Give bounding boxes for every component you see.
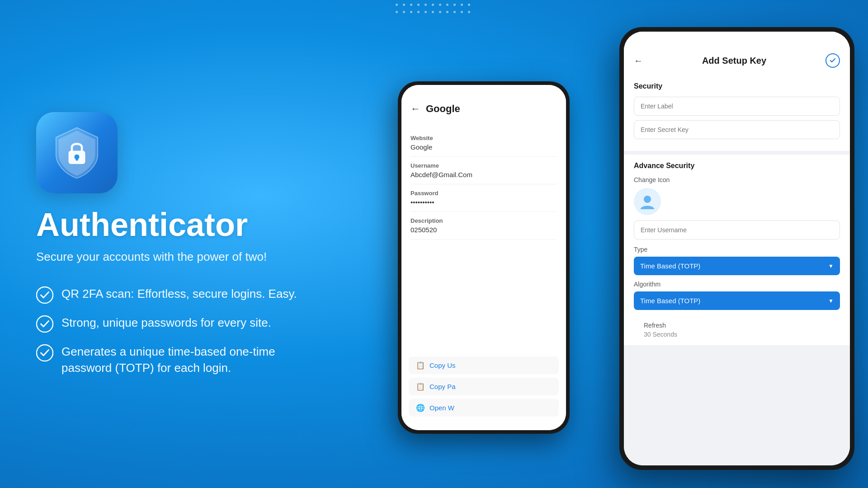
open-website-label: Open W	[429, 404, 454, 412]
detail-value-description: 0250520	[410, 226, 557, 234]
detail-label-website: Website	[410, 135, 557, 141]
feature-text-password: Strong, unique passwords for every site.	[61, 314, 271, 331]
label-input[interactable]	[634, 97, 840, 116]
refresh-value: 30 Seconds	[644, 331, 830, 338]
copy-username-button[interactable]: 📋 Copy Us	[409, 357, 559, 374]
detail-value-website: Google	[410, 143, 557, 151]
algorithm-selected-value: Time Based (TOTP)	[640, 297, 700, 305]
refresh-section: Refresh 30 Seconds	[634, 315, 840, 338]
phone-back: ← Google Website Google Username Abcdef@…	[398, 81, 570, 434]
type-dropdown-arrow-icon: ▼	[828, 263, 834, 269]
feature-text-qr: QR 2FA scan: Effortless, secure logins. …	[61, 286, 297, 302]
phone-front-header: ← Add Setup Key	[624, 32, 850, 75]
back-arrow-icon[interactable]: ←	[410, 103, 420, 115]
detail-value-username: Abcdef@Gmail.Com	[410, 171, 557, 178]
feature-text-totp: Generates a unique time-based one-time p…	[61, 343, 315, 376]
phone-back-inner: ← Google Website Google Username Abcdef@…	[401, 85, 566, 430]
svg-rect-2	[75, 156, 78, 160]
feature-list: QR 2FA scan: Effortless, secure logins. …	[36, 286, 344, 376]
app-title: Authenticator	[36, 207, 344, 243]
algorithm-dropdown-wrapper: Algorithm Time Based (TOTP) ▼	[634, 281, 840, 310]
type-dropdown[interactable]: Time Based (TOTP) ▼	[634, 257, 840, 275]
refresh-label: Refresh	[644, 322, 830, 329]
advance-section-title: Advance Security	[634, 162, 840, 170]
phone-back-header: ← Google	[401, 85, 566, 122]
copy-icon-2: 📋	[416, 382, 425, 391]
copy-password-button[interactable]: 📋 Copy Pa	[409, 378, 559, 395]
svg-point-3	[37, 287, 53, 303]
security-section-title: Security	[634, 82, 840, 90]
change-icon-label: Change Icon	[634, 176, 840, 183]
feature-item-totp: Generates a unique time-based one-time p…	[36, 343, 344, 376]
type-label: Type	[634, 246, 840, 253]
avatar-icon-placeholder[interactable]	[634, 188, 661, 215]
copy-icon: 📋	[416, 361, 425, 370]
algorithm-dropdown[interactable]: Time Based (TOTP) ▼	[634, 291, 840, 310]
app-subtitle: Secure your accounts with the power of t…	[36, 250, 344, 264]
phone-front: ← Add Setup Key Security Advance Securit…	[619, 27, 854, 470]
left-panel: Authenticator Secure your accounts with …	[27, 0, 344, 488]
phone-back-screen: ← Google Website Google Username Abcdef@…	[401, 85, 566, 430]
feature-item-password: Strong, unique passwords for every site.	[36, 314, 344, 333]
phone-front-back-icon[interactable]: ←	[634, 56, 643, 66]
type-selected-value: Time Based (TOTP)	[640, 262, 700, 270]
phone-back-content: Website Google Username Abcdef@Gmail.Com…	[401, 122, 566, 352]
detail-value-password: ••••••••••	[410, 198, 557, 206]
phone-front-screen: ← Add Setup Key Security Advance Securit…	[624, 32, 850, 465]
security-section: Security	[624, 75, 850, 151]
copy-password-label: Copy Pa	[429, 383, 456, 390]
detail-label-username: Username	[410, 162, 557, 169]
detail-label-description: Description	[410, 217, 557, 224]
detail-row-username: Username Abcdef@Gmail.Com	[410, 157, 557, 184]
svg-point-4	[37, 316, 53, 332]
phone-front-title: Add Setup Key	[702, 56, 766, 66]
phone-back-title: Google	[426, 103, 460, 115]
algorithm-label: Algorithm	[634, 281, 840, 288]
algorithm-dropdown-arrow-icon: ▼	[828, 298, 834, 304]
advance-section: Advance Security Change Icon Type Time B…	[624, 155, 850, 345]
confirm-button[interactable]	[826, 53, 840, 68]
detail-label-password: Password	[410, 190, 557, 197]
svg-point-5	[37, 345, 53, 361]
right-panel: ← Google Website Google Username Abcdef@…	[371, 0, 868, 488]
username-input[interactable]	[634, 221, 840, 239]
svg-point-6	[644, 196, 651, 203]
detail-row-description: Description 0250520	[410, 212, 557, 239]
feature-item-qr: QR 2FA scan: Effortless, secure logins. …	[36, 286, 344, 304]
app-icon	[36, 112, 118, 193]
detail-row-password: Password ••••••••••	[410, 184, 557, 212]
phone-back-actions: 📋 Copy Us 📋 Copy Pa 🌐 Open W	[401, 352, 566, 430]
open-website-button[interactable]: 🌐 Open W	[409, 399, 559, 417]
type-dropdown-wrapper: Type Time Based (TOTP) ▼	[634, 246, 840, 275]
globe-icon: 🌐	[416, 404, 425, 412]
detail-row-website: Website Google	[410, 129, 557, 157]
phone-front-inner: ← Add Setup Key Security Advance Securit…	[624, 32, 850, 465]
secret-key-input[interactable]	[634, 120, 840, 139]
copy-username-label: Copy Us	[429, 361, 456, 369]
